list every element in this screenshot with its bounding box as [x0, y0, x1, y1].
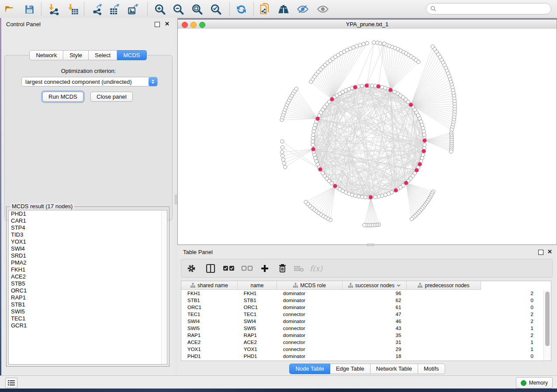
table-row[interactable]: RAP1RAP1dominator352 — [181, 332, 544, 339]
refresh-layout-icon[interactable] — [235, 3, 248, 16]
export-image-icon[interactable] — [127, 3, 140, 16]
table-cell: 46 — [343, 319, 407, 324]
column-header-name[interactable]: name — [238, 281, 277, 290]
import-network-icon[interactable] — [47, 3, 60, 16]
mcds-result-item[interactable]: SRD1 — [9, 252, 167, 259]
table-cell: RAP1 — [181, 333, 238, 338]
table-row[interactable]: PHD1PHD1dominator180 — [181, 353, 544, 360]
add-row-icon[interactable] — [258, 262, 271, 275]
mcds-result-item[interactable]: TEC1 — [9, 315, 167, 322]
table-cell: connector — [277, 326, 343, 331]
scrollbar-thumb[interactable] — [545, 292, 550, 346]
search-network-icon[interactable] — [277, 3, 290, 16]
mcds-result-item[interactable]: STB5 — [9, 280, 167, 287]
open-folder-icon[interactable] — [3, 3, 17, 16]
mcds-result-list[interactable]: PHD1CAR1STP4TID3YOX1SWI4SRD1PMA2FKH1ACE2… — [8, 210, 167, 364]
toolbar-separator — [84, 2, 84, 16]
splitter-handle[interactable] — [175, 195, 177, 204]
network-canvas[interactable] — [178, 29, 557, 244]
share-document-icon[interactable] — [258, 3, 271, 16]
mcds-result-item[interactable]: STB1 — [9, 301, 167, 308]
table-cell: dominator — [277, 291, 343, 296]
import-table-icon[interactable] — [66, 3, 80, 16]
table-cell: 0 — [406, 298, 544, 303]
float-panel-icon[interactable] — [155, 22, 160, 27]
tab-motifs[interactable]: Motifs — [418, 364, 445, 374]
tab-mcds[interactable]: MCDS — [117, 50, 146, 60]
table-cell: TEC1 — [238, 312, 277, 317]
table-cell: STB1 — [181, 298, 238, 303]
show-column-icon[interactable] — [204, 262, 217, 275]
hide-selected-eye-icon[interactable] — [296, 3, 309, 16]
close-panel-button[interactable]: Close panel — [90, 92, 133, 102]
table-scrollbar[interactable] — [543, 290, 551, 361]
optimization-criterion-label: Optimization criterion: — [5, 68, 172, 74]
search-input[interactable] — [439, 5, 551, 12]
table-row[interactable]: YOX1YOX1connector291 — [181, 346, 544, 353]
table-cell: 29 — [343, 347, 407, 352]
table-panel-tabs: Node Table Edge Table Network Table Moti… — [177, 364, 557, 374]
table-cell: 0 — [406, 305, 544, 310]
zoom-fit-icon[interactable] — [190, 3, 204, 16]
mcds-result-item[interactable]: GCR1 — [9, 322, 167, 329]
tab-network[interactable]: Network — [29, 50, 63, 60]
save-session-icon[interactable] — [23, 3, 36, 16]
mcds-result-item[interactable]: PMA2 — [9, 259, 167, 266]
settings-gear-icon[interactable] — [185, 262, 198, 275]
table-cell: YOX1 — [181, 347, 238, 352]
tab-edge-table[interactable]: Edge Table — [330, 364, 370, 374]
show-hidden-eye-icon[interactable] — [316, 3, 329, 16]
table-row[interactable]: ACE2ACE2connector311 — [181, 339, 544, 346]
search-field[interactable] — [426, 3, 551, 14]
task-history-button[interactable] — [5, 378, 17, 388]
float-panel-icon[interactable] — [538, 250, 543, 255]
export-network-icon[interactable] — [91, 3, 104, 16]
select-all-rows-icon[interactable] — [222, 262, 235, 275]
zoom-selected-icon[interactable] — [209, 3, 222, 16]
column-header-successor-nodes[interactable]: successor nodes — [343, 281, 407, 290]
mcds-result-item[interactable]: TID3 — [9, 231, 167, 238]
column-header-predecessor-nodes[interactable]: predecessor nodes — [407, 281, 481, 290]
table-cell: TEC1 — [181, 312, 238, 317]
mcds-result-item[interactable]: FKH1 — [9, 266, 167, 273]
table-row[interactable]: FKH1FKH1dominator962 — [181, 290, 544, 297]
column-header-mcds-role[interactable]: MCDS role — [277, 281, 343, 290]
mcds-result-item[interactable]: STP4 — [9, 224, 167, 231]
mcds-result-item[interactable]: CAR1 — [9, 217, 167, 224]
table-cell: FKH1 — [181, 291, 238, 296]
column-header-shared-name[interactable]: shared name — [181, 281, 238, 290]
network-window-titlebar[interactable]: YPA_prune.txt_1 — [178, 20, 557, 29]
table-body[interactable]: FKH1FKH1dominator962STB1STB1dominator620… — [181, 290, 544, 361]
network-graph[interactable] — [178, 29, 557, 244]
delete-row-icon[interactable] — [276, 262, 289, 275]
table-cell: connector — [277, 312, 343, 317]
mcds-result-item[interactable]: ORC1 — [9, 287, 167, 294]
table-row[interactable]: SWI4SWI4dominator462 — [181, 318, 544, 325]
memory-button[interactable]: Memory — [516, 377, 553, 389]
mcds-list-scrollbar[interactable] — [161, 210, 167, 364]
run-mcds-button[interactable]: Run MCDS — [42, 92, 83, 102]
mcds-result-item[interactable]: ACE2 — [9, 273, 167, 280]
mcds-result-item[interactable]: SWI5 — [9, 308, 167, 315]
optimization-criterion-select[interactable]: largest connected component (undirected) — [21, 77, 158, 86]
zoom-in-icon[interactable] — [153, 3, 166, 16]
table-row[interactable]: SWI5SWI5connector431 — [181, 325, 544, 332]
node-table[interactable]: shared name name MCDS role successor nod… — [181, 281, 551, 361]
close-panel-icon[interactable]: ✕ — [165, 21, 170, 27]
table-row[interactable]: TEC1TEC1connector472 — [181, 311, 544, 318]
tab-network-table[interactable]: Network Table — [370, 364, 418, 374]
mcds-result-item[interactable]: RAP1 — [9, 294, 167, 301]
close-panel-icon[interactable]: ✕ — [547, 249, 552, 255]
table-row[interactable]: STB1STB1dominator620 — [181, 297, 544, 304]
tab-select[interactable]: Select — [89, 50, 117, 60]
table-row[interactable]: ORC1ORC1dominator610 — [181, 304, 544, 311]
tab-style[interactable]: Style — [63, 50, 89, 60]
mcds-result-item[interactable]: PHD1 — [9, 210, 167, 217]
zoom-out-icon[interactable] — [172, 3, 185, 16]
column-type-icon — [190, 283, 195, 288]
mcds-result-item[interactable]: YOX1 — [9, 238, 167, 245]
deselect-all-rows-icon[interactable] — [241, 262, 254, 275]
tab-node-table[interactable]: Node Table — [289, 364, 330, 374]
export-table-icon[interactable] — [108, 3, 121, 16]
mcds-result-item[interactable]: SWI4 — [9, 245, 167, 252]
